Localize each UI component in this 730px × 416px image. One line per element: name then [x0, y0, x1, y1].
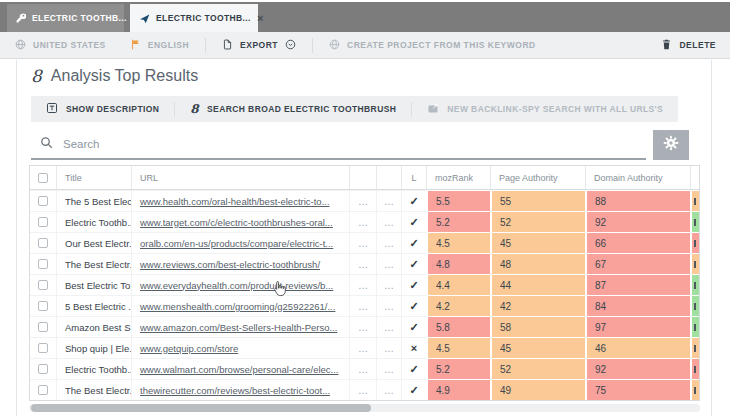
column-header-cutoff[interactable] — [690, 166, 699, 189]
column-header-link[interactable]: L — [401, 166, 426, 189]
column-header-domain-authority[interactable]: Domain Authority — [585, 166, 690, 189]
tab-label: ELECTRIC TOOTHB... — [156, 13, 251, 23]
link-status: ✓ — [401, 358, 426, 379]
result-title: 5 Best Electric ... — [56, 295, 131, 316]
column-header-title[interactable]: Title — [56, 166, 131, 189]
cutoff-cell — [690, 358, 699, 379]
table-row[interactable]: Shop quip | Ele... www.getquip.com/store… — [30, 337, 699, 358]
link-status: ✓ — [401, 232, 426, 253]
mozrank-cell: 5.8 — [426, 316, 490, 337]
result-title: Our Best Electr... — [56, 232, 131, 253]
search-broad-button[interactable]: 8 SEARCH BROAD ELECTRIC TOOTHBRUSH — [175, 96, 411, 122]
result-url-link[interactable]: www.walmart.com/browse/personal-care/ele… — [140, 364, 339, 375]
show-description-button[interactable]: SHOW DESCRIPTION — [31, 96, 174, 122]
delete-button[interactable]: DELETE — [661, 39, 716, 52]
cutoff-value-fragment — [694, 261, 696, 268]
column-header-url[interactable]: URL — [131, 166, 349, 189]
column-header-mozrank[interactable]: mozRank — [426, 166, 490, 189]
table-row[interactable]: The 5 Best Elec... www.health.com/oral-h… — [30, 190, 699, 211]
result-url-link[interactable]: www.reviews.com/best-electric-toothbrush… — [140, 259, 320, 270]
table-row[interactable]: The Best Electr... thewirecutter.com/rev… — [30, 379, 699, 400]
tab-electric-toothbrush-1[interactable]: ELECTRIC TOOTHB... × — [7, 4, 124, 32]
select-all-checkbox[interactable] — [38, 173, 48, 183]
domain-authority-cell: 67 — [585, 253, 690, 274]
domain-authority-cell: 75 — [585, 379, 690, 400]
result-url-link[interactable]: www.menshealth.com/grooming/g25922261/..… — [140, 301, 335, 312]
row-checkbox[interactable] — [38, 280, 48, 290]
result-url-link[interactable]: www.amazon.com/Best-Sellers-Health-Perso… — [140, 322, 337, 333]
result-url-cell: www.reviews.com/best-electric-toothbrush… — [131, 253, 349, 274]
row-checkbox[interactable] — [38, 217, 48, 227]
truncated-cell-1: … — [349, 274, 376, 295]
cutoff-value-fragment — [694, 240, 696, 247]
backlink-spy-icon — [427, 102, 439, 116]
globe-icon — [15, 39, 26, 52]
row-select-cell — [30, 232, 56, 253]
result-url-cell: www.menshealth.com/grooming/g25922261/..… — [131, 295, 349, 316]
tab-electric-toothbrush-2[interactable]: ELECTRIC TOOTHB... × — [130, 4, 258, 32]
search-bar — [31, 130, 646, 160]
table-row[interactable]: Best Electric To... www.everydayhealth.c… — [30, 274, 699, 295]
table-row[interactable]: Our Best Electr... oralb.com/en-us/produ… — [30, 232, 699, 253]
result-url-link[interactable]: thewirecutter.com/reviews/best-electric-… — [140, 385, 330, 396]
truncated-cell-2: … — [376, 232, 401, 253]
search-input[interactable] — [63, 138, 563, 150]
table-row[interactable]: Amazon Best S... www.amazon.com/Best-Sel… — [30, 316, 699, 337]
row-checkbox[interactable] — [38, 301, 48, 311]
link-status: ✓ — [401, 295, 426, 316]
results-table: Title URL L mozRank Page Authority Domai… — [29, 165, 700, 401]
row-checkbox[interactable] — [38, 238, 48, 248]
cutoff-cell — [690, 316, 699, 337]
result-url-cell: www.amazon.com/Best-Sellers-Health-Perso… — [131, 316, 349, 337]
app-window: ELECTRIC TOOTHB... × ELECTRIC TOOTHB... … — [0, 0, 730, 416]
create-project-button[interactable]: CREATE PROJECT FROM THIS KEYWORD — [329, 39, 536, 52]
result-url-link[interactable]: www.target.com/c/electric-toothbrushes-o… — [140, 217, 333, 228]
truncated-cell-1: … — [349, 379, 376, 400]
domain-authority-cell: 92 — [585, 211, 690, 232]
column-header-page-authority[interactable]: Page Authority — [490, 166, 585, 189]
row-checkbox[interactable] — [38, 364, 48, 374]
truncated-cell-1: … — [349, 211, 376, 232]
row-checkbox[interactable] — [38, 259, 48, 269]
result-title: Shop quip | Ele... — [56, 337, 131, 358]
result-url-link[interactable]: www.getquip.com/store — [140, 343, 238, 354]
country-button[interactable]: UNITED STATES — [15, 39, 106, 52]
result-url-link[interactable]: www.everydayhealth.com/product-reviews/b… — [140, 280, 333, 291]
horizontal-scrollbar-thumb[interactable] — [31, 404, 371, 412]
export-button[interactable]: EXPORT — [222, 39, 296, 52]
result-url-link[interactable]: oralb.com/en-us/products/compare/electri… — [140, 238, 333, 249]
language-button[interactable]: ENGLISH — [130, 39, 189, 52]
export-file-icon — [222, 39, 233, 52]
table-row[interactable]: Electric Toothb... www.target.com/c/elec… — [30, 211, 699, 232]
truncated-cell-2: … — [376, 253, 401, 274]
delete-label: DELETE — [679, 40, 716, 50]
result-title: Amazon Best S... — [56, 316, 131, 337]
page-header: 8 Analysis Top Results — [31, 66, 198, 86]
mozrank-cell: 5.2 — [426, 211, 490, 232]
row-checkbox[interactable] — [38, 343, 48, 353]
truncated-cell-2: … — [376, 316, 401, 337]
horizontal-scrollbar-track[interactable] — [29, 404, 700, 412]
close-icon[interactable]: × — [251, 12, 264, 24]
column-header-extra2[interactable] — [376, 166, 401, 189]
seo-tool-mini-logo-icon: 8 — [190, 102, 199, 116]
result-url-link[interactable]: www.health.com/oral-health/best-electric… — [140, 196, 330, 207]
row-checkbox[interactable] — [38, 196, 48, 206]
cutoff-value-fragment — [694, 366, 696, 373]
table-row[interactable]: Electric Toothb... www.walmart.com/brows… — [30, 358, 699, 379]
result-title: Electric Toothb... — [56, 211, 131, 232]
row-checkbox[interactable] — [38, 322, 48, 332]
table-row[interactable]: The Best Electr... www.reviews.com/best-… — [30, 253, 699, 274]
toolbar-divider — [205, 38, 206, 53]
cutoff-value-fragment — [694, 387, 696, 394]
row-checkbox[interactable] — [38, 385, 48, 395]
cutoff-cell — [690, 232, 699, 253]
row-select-cell — [30, 211, 56, 232]
new-backlink-spy-button[interactable]: NEW BACKLINK-SPY SEARCH WITH ALL URLS'S — [412, 96, 678, 122]
row-select-cell — [30, 190, 56, 211]
cutoff-cell — [690, 379, 699, 400]
table-settings-button[interactable] — [653, 130, 689, 160]
column-header-extra1[interactable] — [349, 166, 376, 189]
domain-authority-cell: 66 — [585, 232, 690, 253]
table-row[interactable]: 5 Best Electric ... www.menshealth.com/g… — [30, 295, 699, 316]
